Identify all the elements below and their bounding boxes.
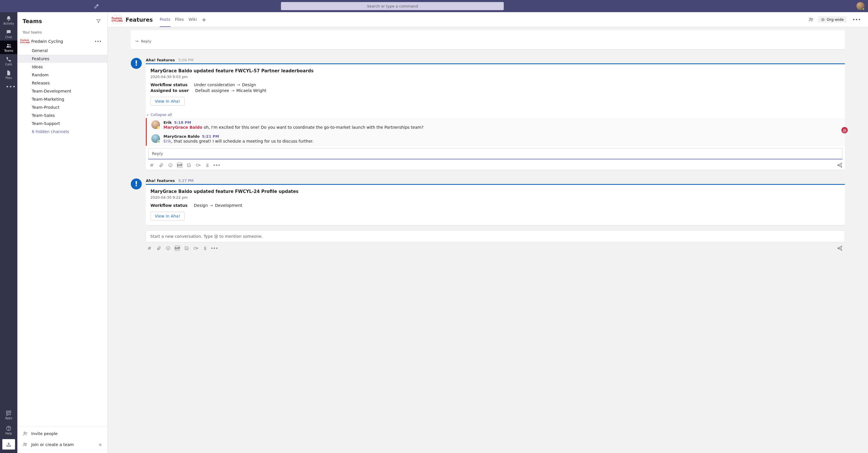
post-time[interactable]: 5:27 PM bbox=[178, 179, 193, 183]
team-row-fredwin[interactable]: FredwinCYCLING Fredwin Cycling ••• bbox=[18, 36, 107, 46]
tab-posts[interactable]: Posts bbox=[160, 12, 170, 27]
rail-apps[interactable]: Apps bbox=[0, 407, 18, 423]
chat-icon bbox=[6, 29, 11, 35]
search-input[interactable]: Search or type a command bbox=[281, 2, 504, 10]
svg-rect-7 bbox=[7, 445, 10, 446]
tab-files[interactable]: Files bbox=[175, 12, 184, 27]
channel-random[interactable]: Random bbox=[18, 71, 107, 79]
svg-point-9 bbox=[24, 443, 25, 445]
post-2: ! Aha! features 5:27 PM MaryGrace Baldo … bbox=[131, 175, 845, 230]
mention[interactable]: MaryGrace Baldo bbox=[163, 125, 202, 130]
rail-teams[interactable]: Teams bbox=[0, 40, 18, 54]
svg-rect-2 bbox=[7, 411, 8, 413]
send-icon[interactable] bbox=[837, 245, 842, 251]
org-scope-pill[interactable]: Org-wide bbox=[818, 16, 846, 23]
sticker-icon[interactable] bbox=[184, 246, 189, 251]
svg-point-21 bbox=[207, 164, 208, 165]
team-more-icon[interactable]: ••• bbox=[93, 38, 103, 44]
aha-value: Design → Development bbox=[194, 203, 242, 208]
channel-team-development[interactable]: Team-Development bbox=[18, 87, 107, 95]
svg-rect-4 bbox=[7, 414, 8, 415]
aha-bot-avatar: ! bbox=[131, 179, 142, 190]
svg-point-16 bbox=[170, 165, 170, 165]
rail-chat[interactable]: Chat bbox=[0, 27, 18, 40]
meet-now-icon[interactable] bbox=[195, 163, 201, 168]
app-rail: Activity Chat Teams Calls bbox=[0, 12, 18, 453]
mention-badge[interactable]: @ bbox=[841, 127, 848, 133]
aha-key: Assigned to user bbox=[151, 88, 189, 93]
aha-datetime: 2020-04-30 9:03 pm bbox=[151, 75, 840, 79]
channel-more-icon[interactable]: ••• bbox=[850, 16, 863, 23]
rail-label: Calls bbox=[5, 63, 12, 66]
avatar-erik[interactable] bbox=[151, 120, 160, 129]
aha-value: Under consideration → Design bbox=[194, 83, 256, 87]
invite-people-button[interactable]: Invite people bbox=[18, 428, 107, 439]
svg-point-25 bbox=[186, 248, 186, 248]
svg-point-14 bbox=[823, 19, 824, 20]
caret-down-icon: ▾ bbox=[147, 114, 148, 117]
attach-icon[interactable] bbox=[156, 246, 161, 251]
join-create-label: Join or create a team bbox=[31, 442, 74, 447]
reply-time: 5:21 PM bbox=[202, 134, 219, 138]
rail-calls[interactable]: Calls bbox=[0, 54, 18, 68]
hidden-channels-link[interactable]: 6 hidden channels bbox=[18, 128, 107, 136]
rail-help[interactable]: Help bbox=[0, 423, 18, 438]
team-name: Fredwin Cycling bbox=[31, 39, 90, 44]
mention[interactable]: Erik bbox=[163, 139, 171, 143]
channel-features[interactable]: Features bbox=[18, 55, 107, 63]
praise-icon[interactable] bbox=[205, 163, 210, 168]
tab-wiki[interactable]: Wiki bbox=[188, 12, 197, 27]
team-logo: FredwinCYCLING bbox=[22, 38, 28, 45]
rail-files[interactable]: Files bbox=[0, 68, 18, 81]
reply-button[interactable]: ↩ Reply bbox=[131, 36, 845, 46]
file-icon bbox=[6, 70, 11, 76]
avatar-marygrace[interactable] bbox=[151, 134, 160, 143]
format-icon[interactable] bbox=[147, 246, 152, 251]
gif-icon[interactable]: GIF bbox=[175, 246, 180, 251]
me-avatar[interactable] bbox=[857, 2, 865, 10]
view-in-aha-button[interactable]: View in Aha! bbox=[151, 97, 185, 105]
rail-more[interactable]: ••• bbox=[0, 81, 18, 92]
channel-ideas[interactable]: Ideas bbox=[18, 63, 107, 71]
manage-teams-gear-icon[interactable] bbox=[98, 442, 107, 447]
send-icon[interactable] bbox=[837, 162, 842, 168]
teams-icon bbox=[6, 43, 11, 48]
team-members-icon[interactable] bbox=[808, 17, 814, 23]
attach-icon[interactable] bbox=[159, 163, 164, 168]
add-tab-button[interactable]: + bbox=[202, 16, 207, 23]
new-message-icon[interactable] bbox=[92, 1, 101, 11]
rail-activity[interactable]: Activity bbox=[0, 13, 18, 27]
post-time: 5:09 PM bbox=[178, 58, 193, 62]
join-create-icon bbox=[23, 442, 28, 447]
channel-team-marketing[interactable]: Team-Marketing bbox=[18, 95, 107, 103]
channel-team-support[interactable]: Team-Support bbox=[18, 120, 107, 128]
sticker-icon[interactable] bbox=[186, 163, 191, 168]
svg-point-15 bbox=[169, 163, 172, 167]
download-desktop-button[interactable] bbox=[2, 439, 15, 450]
format-icon[interactable] bbox=[149, 163, 155, 168]
apps-icon bbox=[6, 410, 11, 416]
view-in-aha-button[interactable]: View in Aha! bbox=[151, 212, 185, 220]
channel-releases[interactable]: Releases bbox=[18, 79, 107, 87]
emoji-icon[interactable] bbox=[168, 163, 173, 168]
channel-header: FredwinCYCLING Features Posts Files Wiki… bbox=[107, 12, 868, 27]
join-create-team-button[interactable]: Join or create a team bbox=[18, 439, 98, 450]
channel-team-sales[interactable]: Team-Sales bbox=[18, 111, 107, 120]
svg-point-0 bbox=[7, 44, 9, 45]
praise-icon[interactable] bbox=[203, 246, 208, 251]
eye-icon bbox=[821, 18, 825, 22]
more-compose-icon[interactable]: ••• bbox=[212, 246, 217, 251]
new-conversation-input[interactable]: Start a new conversation. Type @ to ment… bbox=[146, 230, 845, 242]
collapse-all-button[interactable]: ▾ Collapse all bbox=[146, 110, 845, 118]
invite-label: Invite people bbox=[31, 431, 58, 436]
channel-general[interactable]: General bbox=[18, 46, 107, 55]
more-compose-icon[interactable]: ••• bbox=[214, 163, 219, 168]
more-icon: ••• bbox=[6, 84, 11, 89]
emoji-icon[interactable] bbox=[165, 246, 171, 251]
meet-now-icon[interactable] bbox=[193, 246, 198, 251]
gif-icon[interactable]: GIF bbox=[177, 163, 182, 168]
filter-icon[interactable] bbox=[95, 18, 102, 25]
reply-input[interactable]: Reply bbox=[148, 148, 842, 159]
channel-list: General Features Ideas Random Releases T… bbox=[18, 46, 107, 136]
channel-team-product[interactable]: Team-Product bbox=[18, 103, 107, 111]
